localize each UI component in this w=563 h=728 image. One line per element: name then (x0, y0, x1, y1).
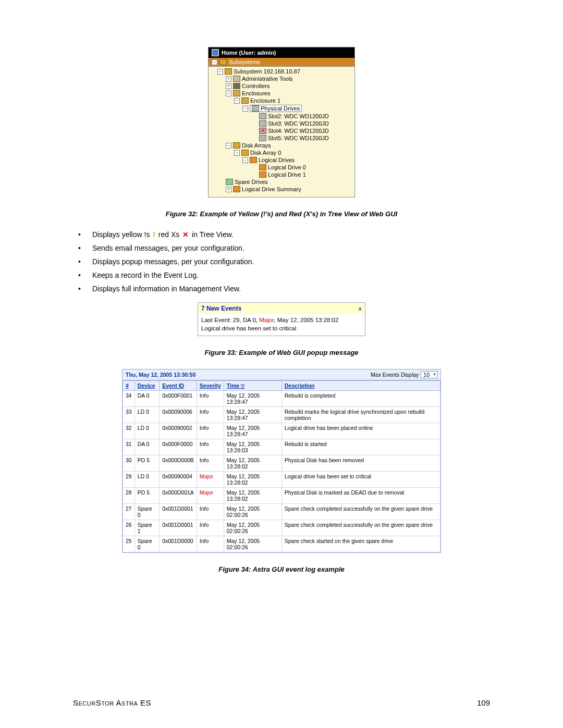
tree-node-enclosures[interactable]: − Enclosures (211, 90, 352, 97)
cell-severity: Info (197, 520, 224, 536)
table-row: 25Spare 00x001D0000InfoMay 12, 2005 02:0… (123, 536, 440, 552)
cell-time: May 12, 2005 02:00:26 (224, 536, 282, 552)
tree-node-physical-drives[interactable]: − Physical Drives (211, 104, 352, 113)
event-log-timestamp: Thu, May 12, 2005 13:30:50 (126, 372, 195, 378)
tree-node-admintools[interactable]: + Administrative Tools (211, 75, 352, 82)
col-description[interactable]: Description (282, 381, 440, 391)
tree-node-slot[interactable]: Slot5: WDC WD1200JD (211, 134, 352, 142)
enclosure-icon (241, 97, 249, 104)
subsystems-icon (219, 59, 227, 65)
collapse-icon[interactable]: − (226, 143, 231, 149)
tree-node-spare-drives[interactable]: Spare Drives (211, 178, 352, 186)
cell-desc: Spare check completed successfully on th… (282, 504, 440, 520)
footer-product: SecurStor Astra ES (73, 698, 151, 707)
max-events-select[interactable]: 10 (421, 371, 437, 378)
table-row: 31DA 00x000F0000InfoMay 12, 2005 13:28:0… (123, 439, 440, 455)
spare-drives-icon (226, 179, 233, 185)
popup-close-button[interactable]: x (359, 305, 362, 312)
logical-drive-icon (259, 164, 266, 170)
list-item: Keeps a record in the Event Log. (78, 271, 490, 279)
cell-time: May 12, 2005 13:28:02 (224, 472, 282, 488)
tree-label: Logical Drive 0 (268, 164, 306, 170)
cell-num: 27 (123, 504, 135, 520)
tree-label: Slot4: WDC WD1200JD (268, 128, 329, 134)
disk-arrays-icon (233, 142, 240, 149)
cell-eventid: 0x00090004 (160, 472, 197, 488)
tree-subsystems-row[interactable]: − Subsystems (209, 58, 354, 67)
cell-time: May 12, 2005 13:28:02 (224, 455, 282, 472)
collapse-icon[interactable]: − (242, 106, 248, 112)
event-log-table: # Device Event ID Severity Time ▽ Descri… (123, 380, 440, 552)
controllers-icon (233, 83, 240, 89)
cell-eventid: 0x000D000B (160, 455, 197, 472)
cell-time: May 12, 2005 13:28:47 (224, 423, 282, 439)
tree-node-slot[interactable]: Slot3: WDC WD1200JD (211, 120, 352, 127)
logical-drives-icon (250, 157, 257, 163)
expand-icon[interactable]: + (226, 83, 231, 89)
tree-node-logical-drives[interactable]: − Logical Drives (211, 156, 352, 164)
cell-desc: Logical drive has been placed online (282, 423, 440, 439)
cell-severity: Info (197, 536, 224, 552)
tree-node-controllers[interactable]: + Controllers (211, 82, 352, 90)
cell-desc: Rebuild is started (282, 439, 440, 455)
table-row: 33LD 00x00090006InfoMay 12, 2005 13:28:4… (123, 407, 440, 423)
cell-device: PD 5 (134, 488, 159, 504)
collapse-icon[interactable]: − (212, 59, 217, 65)
feature-list: Displays yellow !s ! red Xs ✕ in Tree Vi… (78, 230, 490, 293)
tree-label: Controllers (242, 83, 270, 89)
col-severity[interactable]: Severity (197, 381, 224, 391)
collapse-icon[interactable]: − (234, 98, 240, 104)
tree-node-disk-array0[interactable]: − Disk Array 0 (211, 149, 352, 156)
event-popup: 7 New Events x Last Event: 29, DA 0, Maj… (198, 302, 365, 336)
red-x-icon: ✕ (181, 230, 190, 239)
tree-label: Disk Array 0 (250, 150, 281, 156)
drive-icon (259, 135, 266, 141)
table-row: 29LD 00x00090004MajorMay 12, 2005 13:28:… (123, 472, 440, 488)
cell-severity: Info (197, 407, 224, 423)
col-device[interactable]: Device (134, 381, 159, 391)
cell-device: Spare 0 (134, 536, 159, 552)
col-time[interactable]: Time ▽ (224, 381, 282, 391)
cell-num: 29 (123, 472, 135, 488)
col-num[interactable]: # (123, 381, 135, 391)
collapse-icon[interactable]: − (234, 150, 240, 156)
tree-node-enclosure1[interactable]: − Enclosure 1 (211, 97, 352, 104)
tree-node-slot-error[interactable]: Slot4: WDC WD1200JD (211, 127, 352, 134)
yellow-bang-icon: ! (152, 230, 156, 239)
list-item: Displays yellow !s ! red Xs ✕ in Tree Vi… (78, 230, 490, 239)
collapse-icon[interactable]: − (217, 69, 223, 75)
collapse-icon[interactable]: − (242, 157, 248, 163)
page-number: 109 (477, 698, 490, 707)
cell-time: May 12, 2005 13:28:47 (224, 407, 282, 423)
cell-severity: Info (197, 439, 224, 455)
collapse-icon[interactable]: − (226, 91, 231, 96)
cell-num: 28 (123, 488, 135, 504)
tree-node-ld1[interactable]: Logical Drive 1 (211, 171, 352, 178)
cell-device: LD 0 (134, 472, 159, 488)
severity-major: Major (259, 317, 274, 323)
cell-severity: Info (197, 423, 224, 439)
tools-icon (233, 76, 240, 82)
tree-node-slot[interactable]: Slot2: WDC WD1200JD (211, 113, 352, 120)
tree-view-panel: Home (User: admin) − Subsystems − Subsys… (208, 47, 355, 198)
cell-num: 31 (123, 439, 135, 455)
cell-time: May 12, 2005 02:00:26 (224, 520, 282, 536)
tree-node-ld0[interactable]: Logical Drive 0 (211, 164, 352, 171)
tree-label: Logical Drives (259, 157, 295, 163)
tree-label: Enclosure 1 (250, 97, 280, 104)
cell-severity: Major (197, 488, 224, 504)
tree-node-ld-summary[interactable]: + Logical Drive Summary (211, 186, 352, 193)
cell-desc: Spare check completed successfully on th… (282, 520, 440, 536)
cell-time: May 12, 2005 13:28:47 (224, 391, 282, 407)
cell-desc: Spare check started on the given spare d… (282, 536, 440, 552)
event-log-panel: Thu, May 12, 2005 13:30:50 Max Events Di… (122, 369, 441, 553)
tree-node-disk-arrays[interactable]: − Disk Arrays (211, 142, 352, 149)
cell-eventid: 0x00090006 (160, 407, 197, 423)
cell-severity: Info (197, 391, 224, 407)
tree-label: Logical Drive 1 (268, 171, 306, 178)
expand-icon[interactable]: + (226, 187, 231, 192)
tree-node-subsystem[interactable]: − Subsystem 192.168.10.87 (211, 68, 352, 75)
expand-icon[interactable]: + (226, 76, 231, 82)
cell-desc: Rebuild marks the logical drive synchron… (282, 407, 440, 423)
col-eventid[interactable]: Event ID (160, 381, 197, 391)
